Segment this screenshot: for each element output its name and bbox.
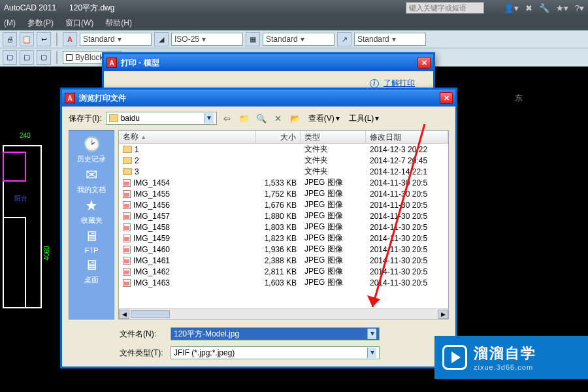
place-icon: 🕑 <box>80 135 103 154</box>
file-row[interactable]: IMG_14541,533 KBJPEG 图像2014-11-30 20:5 <box>119 177 448 188</box>
image-icon <box>123 257 131 265</box>
file-row[interactable]: IMG_14601,936 KBJPEG 图像2014-11-30 20:5 <box>119 244 448 255</box>
image-icon <box>123 235 131 242</box>
search-input[interactable] <box>406 2 484 14</box>
scroll-thumb[interactable] <box>131 310 170 318</box>
info-icon: i <box>370 79 379 88</box>
print-dialog-titlebar[interactable]: A 打印 - 模型 ✕ <box>104 54 433 71</box>
place-item[interactable]: 🕑历史记录 <box>77 135 106 164</box>
help-icon[interactable]: ?▾ <box>575 3 584 13</box>
chevron-down-icon[interactable]: ▾ <box>204 113 214 123</box>
filename-field[interactable]: 120平方-Model.jpg ▾ <box>171 327 380 340</box>
layer-icon[interactable]: ▢ <box>3 50 17 65</box>
browse-dialog-titlebar[interactable]: A 浏览打印文件 ✕ <box>62 90 455 106</box>
place-item[interactable]: ★收藏夹 <box>80 196 103 225</box>
place-label: 我的文档 <box>77 185 106 195</box>
search-icon[interactable]: 🔍 <box>255 112 268 124</box>
file-row[interactable]: IMG_14612,388 KBJPEG 图像2014-11-30 20:5 <box>119 255 448 266</box>
filename-label: 文件名(N): <box>120 329 165 340</box>
tool-icon[interactable]: 📋 <box>20 32 34 46</box>
place-icon: 🖥 <box>80 227 103 246</box>
text-style-combo[interactable]: Standard▾ <box>80 33 152 46</box>
filetype-combo[interactable]: JFIF (*.jpg;*.jpeg) ▾ <box>171 346 380 359</box>
learn-print-link[interactable]: 了解打印 <box>384 78 415 88</box>
image-icon <box>123 212 131 220</box>
file-row[interactable]: IMG_14622,811 KBJPEG 图像2014-11-30 20:5 <box>119 266 448 277</box>
app-titlebar: AutoCAD 2011 120平方.dwg 👤▾ ✖ 🔧 ★▾ ?▾ <box>0 0 588 16</box>
dimension: 240 <box>20 132 31 139</box>
place-icon: 🖥 <box>80 255 103 275</box>
menu-bar: (M) 参数(P) 窗口(W) 帮助(H) <box>0 16 588 30</box>
mleader-style-combo[interactable]: Standard▾ <box>354 33 426 46</box>
table-style-icon[interactable]: ▦ <box>246 32 260 46</box>
file-list-header[interactable]: 名称 ▲ 大小 类型 修改日期 <box>119 131 448 144</box>
signin-icon[interactable]: 👤▾ <box>504 3 519 13</box>
folder-combo[interactable]: baidu ▾ <box>106 112 217 125</box>
image-icon <box>123 223 131 231</box>
tool-icon[interactable]: 🖨 <box>3 32 17 46</box>
file-row[interactable]: IMG_14591,823 KBJPEG 图像2014-11-30 20:5 <box>119 233 448 244</box>
exchange-icon[interactable]: ✖ <box>525 3 532 13</box>
dim-style-icon[interactable]: ◢ <box>154 32 169 46</box>
scroll-left-icon[interactable]: ◀ <box>119 310 129 319</box>
place-item[interactable]: 🖥FTP <box>80 227 103 254</box>
col-size[interactable]: 大小 <box>256 131 301 143</box>
tools-button[interactable]: 工具(L) ▾ <box>346 112 382 124</box>
dim-style-combo[interactable]: ISO-25▾ <box>171 33 243 46</box>
col-type[interactable]: 类型 <box>301 131 366 143</box>
layer-icon[interactable]: ▢ <box>20 50 34 65</box>
file-row[interactable]: 2文件夹2014-12-7 20:45 <box>119 155 448 166</box>
up-icon[interactable]: 📁 <box>238 112 251 124</box>
new-folder-icon[interactable]: 📂 <box>289 112 302 124</box>
file-row[interactable]: IMG_14581,803 KBJPEG 图像2014-11-30 20:5 <box>119 221 448 233</box>
table-style-combo[interactable]: Standard▾ <box>263 33 335 46</box>
menu-params[interactable]: 参数(P) <box>27 18 54 29</box>
col-name[interactable]: 名称 ▲ <box>119 131 256 143</box>
star-icon[interactable]: ★▾ <box>556 3 568 13</box>
layer-icon[interactable]: ▢ <box>37 50 51 65</box>
view-button[interactable]: 查看(V) ▾ <box>306 112 342 124</box>
filetype-label: 文件类型(T): <box>120 348 165 359</box>
image-icon <box>123 190 131 198</box>
image-icon <box>123 201 131 209</box>
folder-icon <box>123 168 132 175</box>
place-label: 历史记录 <box>77 154 106 164</box>
file-row[interactable]: 3文件夹2014-12-14 22:1 <box>119 166 448 177</box>
horizontal-scrollbar[interactable]: ◀ ▶ <box>119 308 448 319</box>
search-box[interactable] <box>406 2 484 14</box>
watermark: 溜溜自学 zixue.3d66.com <box>434 336 588 379</box>
chevron-down-icon[interactable]: ▾ <box>367 348 376 358</box>
close-icon[interactable]: ✕ <box>417 57 431 69</box>
folder-icon <box>123 157 132 164</box>
menu-help[interactable]: 帮助(H) <box>105 18 132 29</box>
text-style-icon[interactable]: A <box>63 32 77 46</box>
folder-name: baidu <box>121 114 140 123</box>
file-row[interactable]: IMG_14631,603 KBJPEG 图像2014-11-30 20:5 <box>119 277 448 288</box>
file-row[interactable]: IMG_14551,752 KBJPEG 图像2014-11-30 20:5 <box>119 188 448 199</box>
col-date[interactable]: 修改日期 <box>366 131 448 143</box>
place-icon: ★ <box>80 196 103 216</box>
file-row[interactable]: 1文件夹2014-12-3 20:22 <box>119 144 448 155</box>
file-list[interactable]: 1文件夹2014-12-3 20:222文件夹2014-12-7 20:453文… <box>119 144 448 308</box>
file-row[interactable]: IMG_14571,880 KBJPEG 图像2014-11-30 20:5 <box>119 210 448 221</box>
place-item[interactable]: 🖥桌面 <box>80 255 103 285</box>
menu-m[interactable]: (M) <box>4 18 16 27</box>
tool-icon[interactable]: ↩ <box>37 32 51 46</box>
image-icon <box>123 279 131 287</box>
place-label: 桌面 <box>84 275 99 285</box>
file-list-pane: 名称 ▲ 大小 类型 修改日期 1文件夹2014-12-3 20:222文件夹2… <box>118 130 449 319</box>
tools-icon[interactable]: 🔧 <box>539 3 549 13</box>
mleader-style-icon[interactable]: ↗ <box>337 32 351 46</box>
place-item[interactable]: ✉我的文档 <box>77 165 106 195</box>
chevron-down-icon[interactable]: ▾ <box>367 329 376 339</box>
menu-window[interactable]: 窗口(W) <box>65 18 93 29</box>
watermark-url: zixue.3d66.com <box>474 363 536 371</box>
folder-icon <box>123 146 132 153</box>
back-icon[interactable]: ⇦ <box>221 112 234 124</box>
scroll-right-icon[interactable]: ▶ <box>438 310 448 319</box>
browse-dialog-title: 浏览打印文件 <box>79 93 126 104</box>
app-icon: A <box>65 93 75 103</box>
close-icon[interactable]: ✕ <box>440 92 453 104</box>
file-row[interactable]: IMG_14561,676 KBJPEG 图像2014-11-30 20:5 <box>119 199 448 210</box>
delete-icon[interactable]: ✕ <box>272 112 285 124</box>
